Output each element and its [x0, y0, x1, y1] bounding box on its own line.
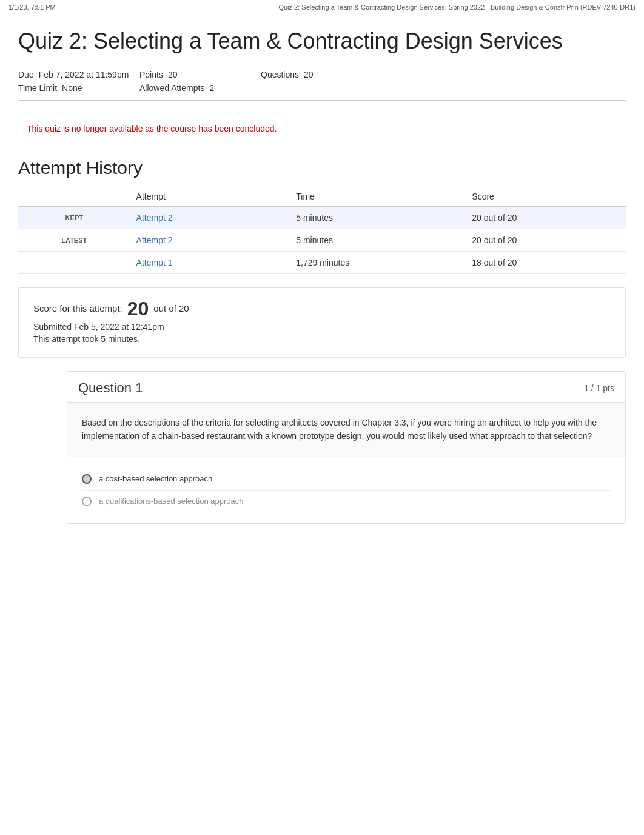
unavailable-notice: This quiz is no longer available as the … [18, 118, 626, 139]
allowed-attempts-value: 2 [209, 83, 214, 93]
row-score: 20 out of 20 [466, 206, 626, 229]
row-attempt-link[interactable]: Attempt 2 [130, 229, 290, 251]
meta-row-1: Due Feb 7, 2022 at 11:59pm Points 20 Que… [18, 70, 626, 79]
due-label: Due [18, 70, 34, 79]
row-score: 18 out of 20 [466, 251, 626, 273]
took-line: This attempt took 5 minutes. [33, 334, 611, 344]
row-kept-label: LATEST [18, 229, 130, 251]
col-header-attempt: Attempt [130, 187, 290, 207]
meta-points: Points 20 [139, 70, 261, 79]
top-bar-date: 1/1/23, 7:51 PM [8, 4, 56, 11]
points-value: 20 [168, 70, 178, 79]
question-body-1: Based on the descriptions of the criteri… [67, 402, 625, 457]
score-for-label: Score for this attempt: [33, 303, 122, 314]
col-header-time: Time [290, 187, 466, 207]
score-big-value: 20 [127, 299, 149, 318]
col-header-score: Score [466, 187, 626, 207]
question-text-1: Based on the descriptions of the criteri… [82, 418, 597, 441]
row-score: 20 out of 20 [466, 229, 626, 251]
score-out-of: out of 20 [153, 303, 189, 314]
main-content: Quiz 2: Selecting a Team & Contracting D… [0, 15, 644, 524]
meta-allowed-attempts: Allowed Attempts 2 [139, 83, 261, 93]
row-time: 1,729 minutes [290, 251, 466, 273]
row-attempt-link[interactable]: Attempt 2 [130, 206, 290, 229]
meta-time-limit: Time Limit None [18, 83, 139, 93]
questions-value: 20 [304, 70, 314, 79]
time-limit-label: Time Limit [18, 83, 57, 93]
row-attempt-link[interactable]: Attempt 1 [130, 251, 290, 273]
row-kept-label: KEPT [18, 206, 130, 229]
submitted-line: Submitted Feb 5, 2022 at 12:41pm [33, 322, 611, 332]
question-title-1: Question 1 [78, 380, 143, 396]
answer-text: a qualifications-based selection approac… [99, 497, 244, 506]
row-kept-label [18, 251, 130, 273]
col-header-kept [18, 187, 130, 207]
table-row: LATESTAttempt 25 minutes20 out of 20 [18, 229, 626, 251]
answer-option[interactable]: a cost-based selection approach [82, 468, 611, 491]
answer-text: a cost-based selection approach [99, 474, 212, 483]
quiz-meta-bar: Due Feb 7, 2022 at 11:59pm Points 20 Que… [18, 62, 626, 101]
radio-circle [82, 474, 92, 484]
question-block-1: Question 1 1 / 1 pts Based on the descri… [67, 371, 626, 524]
questions-label: Questions [261, 70, 299, 79]
quiz-title: Quiz 2: Selecting a Team & Contracting D… [18, 15, 626, 62]
score-line: Score for this attempt: 20 out of 20 [33, 299, 611, 318]
score-summary-box: Score for this attempt: 20 out of 20 Sub… [18, 287, 626, 358]
due-value: Feb 7, 2022 at 11:59pm [39, 70, 129, 79]
table-row: Attempt 11,729 minutes18 out of 20 [18, 251, 626, 273]
allowed-attempts-label: Allowed Attempts [139, 83, 204, 93]
unavailable-text: This quiz is no longer available as the … [27, 124, 277, 133]
question-pts-1: 1 / 1 pts [584, 383, 614, 393]
top-bar-title: Quiz 2: Selecting a Team & Contracting D… [278, 4, 636, 11]
meta-questions: Questions 20 [261, 70, 382, 79]
time-limit-value: None [62, 83, 82, 93]
top-bar: 1/1/23, 7:51 PM Quiz 2: Selecting a Team… [0, 0, 644, 15]
attempt-history-section: Attempt History Attempt Time Score KEPTA… [18, 158, 626, 274]
points-label: Points [139, 70, 163, 79]
table-header-row: Attempt Time Score [18, 187, 626, 207]
meta-row-2: Time Limit None Allowed Attempts 2 [18, 83, 626, 93]
question-header-1: Question 1 1 / 1 pts [67, 372, 625, 402]
row-time: 5 minutes [290, 206, 466, 229]
table-row: KEPTAttempt 25 minutes20 out of 20 [18, 206, 626, 229]
attempt-table: Attempt Time Score KEPTAttempt 25 minute… [18, 187, 626, 274]
answer-option[interactable]: a qualifications-based selection approac… [82, 491, 611, 512]
answer-options-1: a cost-based selection approacha qualifi… [67, 457, 625, 523]
meta-due: Due Feb 7, 2022 at 11:59pm [18, 70, 139, 79]
radio-circle [82, 497, 92, 506]
row-time: 5 minutes [290, 229, 466, 251]
attempt-history-title: Attempt History [18, 158, 626, 178]
